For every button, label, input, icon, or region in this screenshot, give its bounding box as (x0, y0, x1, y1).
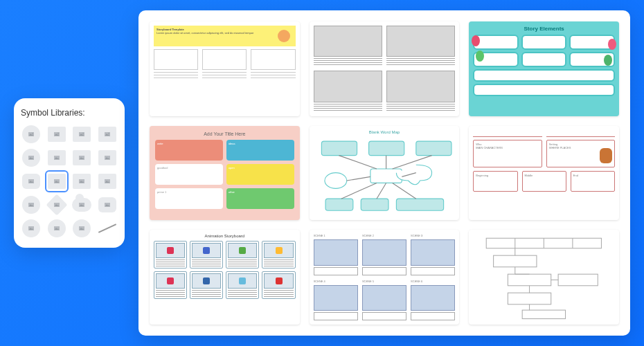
image-icon (28, 131, 35, 138)
shape-square-8[interactable] (97, 172, 118, 191)
svg-rect-71 (522, 310, 565, 318)
image-icon (28, 178, 35, 185)
templates-panel: Storyboard Template Lorem ipsum dolor si… (138, 10, 630, 336)
shape-square-5[interactable] (71, 148, 92, 167)
shape-circle-3[interactable] (21, 195, 42, 215)
image-icon (78, 201, 85, 208)
svg-rect-44 (415, 141, 451, 155)
svg-line-55 (341, 183, 376, 199)
shape-rounded[interactable] (21, 172, 42, 191)
template-scene-grid[interactable]: SCENE 1 SCENE 2 SCENE 3 SCENE 4 SCENE 5 … (310, 230, 460, 325)
avatar-icon (278, 30, 290, 42)
image-icon (104, 178, 111, 185)
svg-point-5 (57, 133, 59, 134)
shape-square-7[interactable] (71, 172, 92, 191)
shape-circle[interactable] (21, 125, 42, 144)
balloon-icon (604, 55, 612, 66)
image-icon (53, 201, 60, 208)
shape-circle-5[interactable] (46, 219, 67, 238)
svg-line-53 (346, 176, 370, 181)
svg-rect-62 (494, 255, 537, 267)
image-icon (78, 154, 85, 161)
template-story-elements[interactable]: Story Elements (469, 21, 619, 116)
image-icon (104, 201, 111, 208)
shape-diamond[interactable] (46, 195, 67, 215)
image-icon (53, 131, 60, 138)
image-icon (28, 225, 35, 232)
image-icon (53, 178, 60, 185)
shape-circle-4[interactable] (21, 219, 42, 238)
template-flowchart[interactable] (469, 230, 619, 325)
svg-rect-49 (396, 199, 443, 210)
svg-line-57 (392, 183, 415, 199)
svg-rect-64 (508, 275, 551, 286)
template-story-worksheet[interactable]: WhoMAIN CHARACTERS SettingWHERE PLACES B… (469, 126, 619, 221)
shape-square-4[interactable] (46, 148, 67, 167)
image-icon (28, 201, 35, 208)
svg-point-8 (82, 133, 84, 134)
template-word-map[interactable]: Blank Word Map (310, 126, 460, 221)
symbol-panel-title: Symbol Libraries: (21, 108, 118, 118)
shape-circle-2[interactable] (21, 148, 42, 167)
shape-square-2[interactable] (71, 125, 92, 144)
shape-square-6[interactable] (97, 148, 118, 167)
svg-point-46 (325, 172, 347, 188)
shape-square-selected[interactable] (46, 172, 67, 191)
template-storyboard-basic[interactable]: Storyboard Template Lorem ipsum dolor si… (150, 21, 300, 116)
shape-cloud[interactable] (71, 195, 92, 215)
image-icon (78, 225, 85, 232)
svg-rect-69 (508, 293, 551, 305)
shape-line[interactable] (97, 219, 118, 238)
image-icon (78, 178, 85, 185)
image-icon (53, 225, 60, 232)
template-banner: Storyboard Template Lorem ipsum dolor si… (154, 26, 296, 46)
shape-square-3[interactable] (97, 125, 118, 144)
template-title-cards[interactable]: Add Your Title Here write ideas goodtool… (150, 126, 300, 221)
template-comic-storyboard[interactable] (310, 21, 460, 116)
svg-point-2 (32, 133, 33, 134)
svg-rect-67 (558, 275, 598, 286)
svg-rect-42 (321, 141, 357, 155)
symbol-grid (21, 125, 118, 238)
image-icon (53, 154, 60, 161)
svg-point-11 (108, 133, 109, 134)
symbol-library-panel: Symbol Libraries: (14, 98, 125, 248)
shape-rounded-2[interactable] (97, 195, 118, 215)
svg-line-56 (377, 183, 386, 199)
shape-square[interactable] (46, 125, 67, 144)
svg-line-50 (339, 155, 377, 168)
svg-rect-47 (325, 199, 353, 210)
balloon-icon (608, 39, 616, 50)
image-icon (28, 154, 35, 161)
image-icon (104, 131, 111, 138)
image-icon (78, 131, 85, 138)
svg-rect-48 (361, 199, 388, 210)
owl-icon (600, 148, 612, 163)
svg-rect-43 (368, 141, 404, 155)
shape-circle-6[interactable] (71, 219, 92, 238)
template-animation-storyboard[interactable]: Animation Storyboard (150, 230, 300, 325)
image-icon (104, 154, 111, 161)
